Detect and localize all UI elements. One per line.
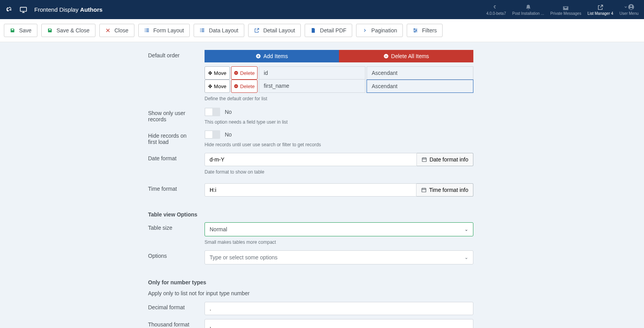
order-field-select[interactable]: first_name <box>259 80 365 93</box>
table-size-select[interactable]: Normal ⌄ <box>205 222 473 236</box>
date-format-info-button[interactable]: Date format info <box>417 153 473 166</box>
svg-rect-38 <box>422 188 426 192</box>
hide-first-load-label: Hide records on first load <box>0 130 205 147</box>
svg-rect-18 <box>201 31 204 32</box>
toggle-value: No <box>225 131 232 138</box>
show-only-user-label: Show only user records <box>0 108 205 125</box>
delete-button[interactable]: Delete <box>231 66 258 80</box>
delete-all-button[interactable]: Delete All Items <box>339 50 473 62</box>
svg-point-22 <box>414 28 415 29</box>
table-size-label: Table size <box>0 222 205 245</box>
svg-rect-0 <box>20 7 26 11</box>
save-icon <box>10 28 15 33</box>
svg-rect-15 <box>200 30 201 31</box>
private-messages-link[interactable]: Private Messages <box>550 6 581 16</box>
external-icon <box>254 28 259 33</box>
list-manager-link[interactable]: List Manager 4 <box>588 4 613 16</box>
thousand-format-input[interactable] <box>205 319 473 328</box>
date-format-label: Date format <box>0 153 205 175</box>
hide-first-load-toggle[interactable] <box>205 130 220 139</box>
calendar-icon <box>422 157 427 162</box>
close-button[interactable]: Close <box>99 24 134 37</box>
help-text: Hide records until user use search or fi… <box>205 142 473 147</box>
table-view-heading: Table view Options <box>148 211 499 218</box>
svg-rect-7 <box>145 28 145 29</box>
svg-rect-16 <box>201 30 204 31</box>
data-layout-button[interactable]: Data Layout <box>194 24 244 37</box>
time-format-info-button[interactable]: Time format info <box>416 183 473 197</box>
svg-rect-17 <box>200 31 201 32</box>
svg-rect-8 <box>146 28 149 29</box>
chevron-right-icon <box>362 28 367 33</box>
decimal-format-input[interactable] <box>205 302 473 315</box>
order-direction-select[interactable]: Ascendant <box>367 66 473 80</box>
pagination-button[interactable]: Pagination <box>356 24 403 37</box>
help-text: Define the default order for list <box>205 96 473 101</box>
options-select[interactable]: Type or select some options ⌄ <box>205 250 473 264</box>
svg-rect-34 <box>422 158 427 161</box>
save-icon <box>47 28 53 33</box>
move-button[interactable]: ✥Move <box>205 80 230 93</box>
svg-rect-13 <box>200 28 201 29</box>
order-row: ✥Move Delete first_name Ascendant <box>205 80 473 93</box>
version-indicator[interactable]: 4.0.0-beta7 <box>486 4 506 16</box>
svg-rect-14 <box>201 28 204 29</box>
number-types-heading: Only for number types <box>148 279 499 285</box>
time-format-input[interactable] <box>205 183 416 197</box>
move-button[interactable]: ✥Move <box>205 66 230 80</box>
help-text: Date format to show on table <box>205 169 473 175</box>
decimal-format-label: Decimal format <box>0 302 205 315</box>
post-install-link[interactable]: Post Installation ... <box>512 4 544 16</box>
thousand-format-label: Thousand format <box>0 319 205 328</box>
list-icon <box>199 28 205 33</box>
move-icon: ✥ <box>208 83 212 89</box>
delete-button[interactable]: Delete <box>231 80 258 93</box>
default-order-label: Default order <box>0 50 205 101</box>
calendar-icon <box>421 187 427 193</box>
svg-rect-11 <box>145 31 145 32</box>
toolbar: Save Save & Close Close Form Layout Data… <box>0 19 644 42</box>
file-icon <box>311 28 316 33</box>
top-bar: Frontend Display Authors 4.0.0-beta7 Pos… <box>0 0 644 19</box>
options-label: Options <box>0 250 205 264</box>
save-button[interactable]: Save <box>4 24 37 37</box>
form-layout-button[interactable]: Form Layout <box>138 24 190 37</box>
number-types-sub: Apply only to list not for input type nu… <box>148 290 499 296</box>
show-only-user-toggle[interactable] <box>205 108 220 116</box>
close-icon <box>105 28 111 33</box>
sliders-icon <box>413 28 418 33</box>
display-icon[interactable] <box>19 7 27 13</box>
order-field-select[interactable]: id <box>259 66 365 80</box>
svg-rect-12 <box>146 31 149 32</box>
svg-point-4 <box>630 5 632 7</box>
joomla-logo-icon[interactable] <box>5 6 12 13</box>
time-format-label: Time format <box>0 183 205 197</box>
help-text: This option needs a field type user in l… <box>205 119 473 125</box>
move-icon: ✥ <box>208 70 212 76</box>
date-format-input[interactable] <box>205 153 417 166</box>
toggle-value: No <box>225 109 232 115</box>
add-items-button[interactable]: Add Items <box>205 50 339 62</box>
user-menu[interactable]: User Menu <box>619 4 639 16</box>
chevron-down-icon: ⌄ <box>464 227 468 232</box>
order-direction-select[interactable]: Ascendant <box>367 80 473 93</box>
order-row: ✥Move Delete id Ascendant <box>205 66 473 80</box>
svg-point-24 <box>415 31 415 32</box>
svg-rect-10 <box>146 30 149 31</box>
help-text: Small makes tables more compact <box>205 239 473 245</box>
detail-pdf-button[interactable]: Detail PDF <box>305 24 352 37</box>
filters-button[interactable]: Filters <box>407 24 443 37</box>
list-icon <box>144 28 150 33</box>
page-title: Frontend Display Authors <box>34 6 102 13</box>
svg-point-23 <box>416 30 416 31</box>
chevron-down-icon: ⌄ <box>464 255 468 260</box>
svg-rect-9 <box>145 30 145 31</box>
detail-layout-button[interactable]: Detail Layout <box>248 24 301 37</box>
save-close-button[interactable]: Save & Close <box>41 24 95 37</box>
